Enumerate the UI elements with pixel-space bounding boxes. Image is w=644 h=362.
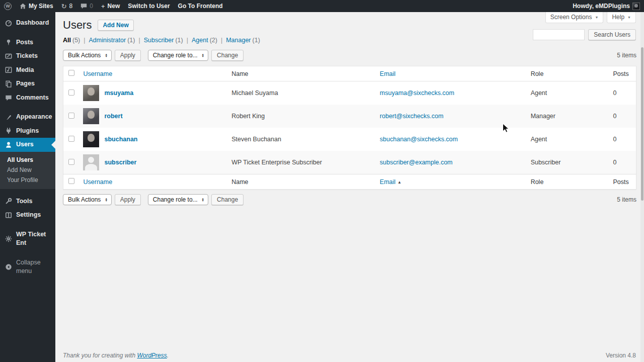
comments-bubble-icon — [80, 3, 87, 9]
add-new-button[interactable]: Add New — [98, 20, 133, 31]
account-avatar — [632, 3, 640, 10]
submenu-all-users[interactable]: All Users — [0, 155, 55, 165]
my-sites-menu[interactable]: My Sites — [16, 0, 57, 12]
page-title: Users — [63, 19, 92, 32]
filter-subscriber[interactable]: Subscriber — [144, 37, 174, 44]
name-header: Name — [226, 66, 375, 81]
scrollbar-track[interactable] — [640, 12, 644, 362]
user-row-subscriber: subscriber WP Ticket Enterprise Subscrib… — [63, 151, 636, 174]
dashboard-icon — [5, 19, 12, 27]
username-link[interactable]: msuyama — [104, 89, 133, 97]
username-link[interactable]: robert — [104, 113, 122, 120]
collapse-arrow-icon — [5, 263, 12, 271]
row-checkbox[interactable] — [68, 113, 74, 119]
change-role-select[interactable]: Change role to... ▲▼ — [148, 50, 208, 61]
select-arrows-icon: ▲▼ — [105, 53, 107, 58]
row-checkbox[interactable] — [68, 136, 74, 142]
bulk-actions-select[interactable]: Bulk Actions ▲▼ — [63, 50, 112, 61]
scrollbar-thumb[interactable] — [641, 47, 643, 201]
updates-count: 8 — [69, 3, 73, 10]
user-email-link[interactable]: subscriber@example.com — [380, 159, 453, 166]
sidebar-item-tickets[interactable]: Tickets — [0, 49, 55, 63]
filter-all[interactable]: All — [63, 37, 71, 44]
search-users-input[interactable] — [533, 29, 585, 40]
search-users-button[interactable]: Search Users — [588, 29, 636, 40]
filter-administrator[interactable]: Administrator — [89, 37, 126, 44]
select-all-checkbox[interactable] — [68, 178, 74, 184]
wordpress-logo-menu[interactable]: W — [0, 0, 16, 12]
user-avatar — [83, 85, 99, 101]
change-button[interactable]: Change — [211, 194, 244, 205]
change-button[interactable]: Change — [211, 50, 244, 61]
ticket-icon — [5, 52, 12, 60]
sidebar-item-wp-ticket-ent[interactable]: WP Ticket Ent — [0, 228, 55, 250]
sidebar-item-users[interactable]: Users — [0, 138, 55, 152]
sidebar-item-appearance[interactable]: Appearance — [0, 110, 55, 124]
sidebar-item-comments[interactable]: Comments — [0, 91, 55, 105]
sidebar-item-pages[interactable]: Pages — [0, 77, 55, 91]
howdy-label: Howdy, eMDPlugins — [573, 3, 630, 10]
user-posts: 0 — [608, 81, 636, 105]
sidebar-item-settings[interactable]: Settings — [0, 208, 55, 222]
user-role: Subscriber — [526, 151, 608, 174]
sort-email-header[interactable]: Email — [380, 70, 395, 77]
sidebar-item-posts[interactable]: Posts — [0, 36, 55, 50]
my-sites-icon — [20, 3, 26, 10]
screen-options-tab[interactable]: Screen Options ▼ — [545, 12, 604, 23]
submenu-your-profile[interactable]: Your Profile — [0, 175, 55, 185]
user-name: Michael Suyama — [226, 81, 375, 105]
change-role-select[interactable]: Change role to... ▲▼ — [148, 194, 208, 205]
new-label: New — [108, 3, 120, 10]
row-checkbox[interactable] — [68, 159, 74, 165]
wordpress-link[interactable]: WordPress — [137, 352, 167, 359]
plus-icon: + — [101, 3, 105, 10]
collapse-menu-button[interactable]: Collapse menu — [0, 256, 55, 279]
go-to-frontend-link[interactable]: Go To Frontend — [174, 0, 227, 12]
chevron-down-icon: ▼ — [627, 16, 631, 19]
sidebar-item-plugins[interactable]: Plugins — [0, 124, 55, 138]
sort-email-header[interactable]: Email — [380, 178, 395, 186]
user-email-link[interactable]: sbuchanan@sixchecks.com — [380, 136, 458, 143]
row-checkbox[interactable] — [68, 89, 74, 96]
paintbrush-icon — [5, 113, 12, 121]
new-content-menu[interactable]: + New — [97, 0, 124, 12]
content-area: Screen Options ▼ Help ▼ Users Add New Se… — [55, 12, 644, 362]
switch-to-user-link[interactable]: Switch to User — [124, 0, 174, 12]
sort-username-header[interactable]: Username — [83, 178, 112, 186]
submenu-add-new[interactable]: Add New — [0, 165, 55, 175]
sidebar-item-media[interactable]: Media — [0, 63, 55, 77]
my-sites-label: My Sites — [29, 3, 53, 10]
sidebar-item-tools[interactable]: Tools — [0, 195, 55, 209]
updates-indicator[interactable]: ↻ 8 — [57, 0, 77, 12]
filter-agent[interactable]: Agent — [192, 37, 208, 44]
comments-indicator[interactable]: 0 — [76, 0, 97, 12]
search-users-form: Search Users — [533, 29, 636, 40]
username-link[interactable]: subscriber — [104, 159, 136, 166]
screen-meta-links: Screen Options ▼ Help ▼ — [545, 12, 636, 23]
sort-username-header[interactable]: Username — [83, 70, 112, 77]
posts-header: Posts — [608, 66, 636, 81]
comments-count: 0 — [90, 3, 93, 10]
apply-button[interactable]: Apply — [115, 50, 141, 61]
sidebar-item-dashboard[interactable]: Dashboard — [0, 16, 55, 30]
filter-manager[interactable]: Manager — [226, 37, 251, 44]
user-row-sbuchanan: sbuchanan Steven Buchanan sbuchanan@sixc… — [63, 128, 636, 151]
howdy-account-menu[interactable]: Howdy, eMDPlugins — [569, 0, 644, 12]
username-link[interactable]: sbuchanan — [104, 136, 137, 143]
help-tab[interactable]: Help ▼ — [607, 12, 636, 23]
select-all-checkbox[interactable] — [68, 70, 74, 76]
items-count: 5 items — [617, 196, 636, 203]
tablenav-top: Bulk Actions ▲▼ Apply Change role to... … — [63, 49, 636, 62]
apply-button[interactable]: Apply — [115, 194, 141, 205]
user-email-link[interactable]: robert@sixchecks.com — [380, 113, 444, 120]
users-submenu: All Users Add New Your Profile — [0, 152, 55, 189]
name-header: Name — [226, 174, 375, 190]
user-email-link[interactable]: msuyama@sixchecks.com — [380, 89, 454, 97]
user-row-msuyama: msuyama Michael Suyama msuyama@sixchecks… — [63, 81, 636, 105]
footer-thanks: Thank you for creating with WordPress. — [63, 352, 169, 359]
user-posts: 0 — [608, 128, 636, 151]
bulk-actions-select[interactable]: Bulk Actions ▲▼ — [63, 194, 112, 205]
pushpin-icon — [5, 39, 12, 46]
user-role: Agent — [526, 81, 608, 105]
user-row-robert: robert Robert King robert@sixchecks.com … — [63, 105, 636, 128]
